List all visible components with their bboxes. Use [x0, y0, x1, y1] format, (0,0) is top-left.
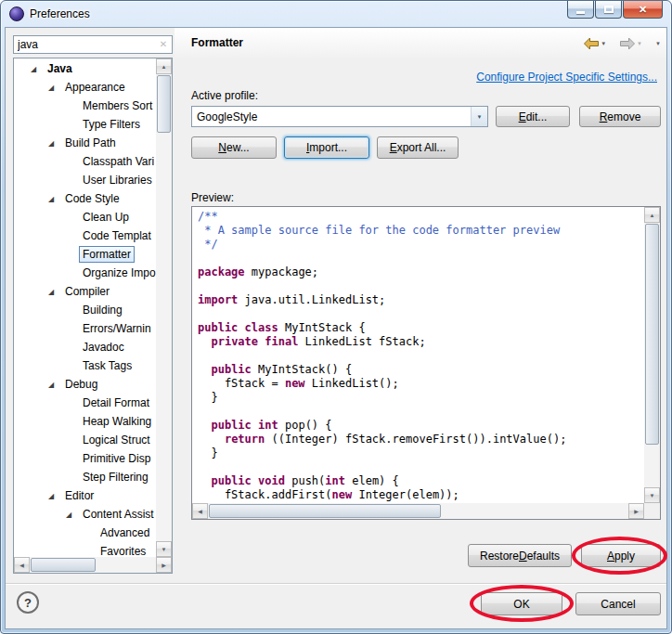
- tree-item-appearance[interactable]: ◢Appearance: [14, 78, 156, 97]
- back-arrow-icon: [583, 37, 600, 50]
- preview-hscroll-thumb[interactable]: [209, 504, 441, 518]
- tree-item-editor[interactable]: ◢Editor: [14, 486, 156, 505]
- scroll-up-icon[interactable]: ▲: [644, 207, 660, 223]
- tree-item-label: Java: [44, 60, 76, 77]
- expander-icon[interactable]: ◢: [46, 381, 61, 389]
- code-line: public class MyIntStack {: [198, 321, 639, 335]
- scroll-right-icon[interactable]: ▶: [156, 557, 172, 573]
- export-all-button[interactable]: Export All...: [377, 136, 459, 159]
- back-button[interactable]: ▼: [583, 37, 606, 50]
- window-controls: ✕: [567, 1, 663, 19]
- tree-item-step-filtering[interactable]: Step Filtering: [14, 468, 156, 486]
- close-button[interactable]: ✕: [623, 1, 663, 19]
- tree-item-clean-up[interactable]: Clean Up: [14, 208, 156, 226]
- import-button[interactable]: Import...: [284, 136, 369, 159]
- scroll-down-icon[interactable]: ▼: [644, 487, 660, 503]
- tree-item-label: Formatter: [79, 246, 135, 263]
- back-menu-icon[interactable]: ▼: [601, 41, 606, 46]
- expander-icon[interactable]: ◢: [46, 84, 61, 92]
- active-profile-label: Active profile:: [191, 89, 258, 102]
- view-menu-icon[interactable]: ▼: [655, 41, 661, 46]
- code-line: [198, 405, 639, 419]
- minimize-button[interactable]: [567, 1, 594, 19]
- new-button[interactable]: New...: [191, 136, 277, 159]
- tree-hscroll-thumb[interactable]: [31, 558, 96, 572]
- expander-icon[interactable]: ◢: [64, 511, 79, 519]
- preview-horizontal-scrollbar[interactable]: ◀ ▶: [192, 503, 644, 519]
- tree-item-javadoc[interactable]: Javadoc: [14, 338, 156, 356]
- scroll-right-icon[interactable]: ▶: [628, 503, 644, 519]
- question-mark-icon: ?: [24, 596, 32, 610]
- tree-item-organize-impo[interactable]: Organize Impo: [14, 264, 156, 282]
- tree-item-detail-format[interactable]: Detail Format: [14, 394, 156, 412]
- tree-item-label: Javadoc: [79, 339, 128, 356]
- tree-item-members-sort[interactable]: Members Sort: [14, 97, 156, 115]
- restore-defaults-button[interactable]: Restore Defaults: [468, 544, 572, 567]
- code-preview: /** * A sample source file for the code …: [191, 206, 661, 520]
- help-button[interactable]: ?: [17, 591, 39, 614]
- preferences-tree: ◢Java◢AppearanceMembers SortType Filters…: [14, 59, 156, 557]
- code-line: fStack.addFirst(new Integer(elem));: [198, 488, 639, 502]
- code-line: public void push(int elem) {: [198, 474, 639, 488]
- code-preview-text: /** * A sample source file for the code …: [192, 207, 644, 503]
- scroll-down-icon[interactable]: ▼: [156, 541, 172, 557]
- edit-button[interactable]: Edit...: [496, 106, 570, 127]
- forward-menu-icon[interactable]: ▼: [637, 41, 642, 46]
- tree-item-formatter[interactable]: Formatter: [14, 245, 156, 264]
- combo-dropdown-icon[interactable]: ▼: [471, 107, 487, 126]
- scroll-left-icon[interactable]: ◀: [192, 503, 208, 519]
- tree-item-java[interactable]: ◢Java: [14, 59, 156, 78]
- tree-vscroll-thumb[interactable]: [157, 75, 171, 133]
- scroll-left-icon[interactable]: ◀: [14, 557, 30, 573]
- tree-item-label: Code Templat: [79, 227, 155, 244]
- tree-item-task-tags[interactable]: Task Tags: [14, 356, 156, 375]
- remove-button[interactable]: Remove: [579, 106, 661, 127]
- tree-item-label: Task Tags: [79, 357, 136, 374]
- maximize-button[interactable]: [595, 1, 622, 19]
- profile-combobox[interactable]: GoogleStyle ▼: [191, 106, 488, 127]
- tree-item-classpath-vari[interactable]: Classpath Vari: [14, 152, 156, 171]
- tree-horizontal-scrollbar[interactable]: ◀ ▶: [14, 557, 172, 573]
- code-line: [198, 460, 639, 474]
- expander-icon[interactable]: ◢: [29, 65, 44, 73]
- tree-item-building[interactable]: Building: [14, 301, 156, 319]
- tree-item-advanced[interactable]: Advanced: [14, 524, 156, 542]
- tree-item-logical-struct[interactable]: Logical Struct: [14, 431, 156, 449]
- filter-search-input[interactable]: [13, 35, 173, 54]
- tree-vertical-scrollbar[interactable]: ▲ ▼: [156, 58, 172, 557]
- expander-icon[interactable]: ◢: [46, 288, 61, 296]
- filter-search: ✕: [13, 35, 173, 54]
- expander-icon[interactable]: ◢: [46, 195, 61, 203]
- cancel-button[interactable]: Cancel: [575, 592, 661, 615]
- expander-icon[interactable]: ◢: [46, 492, 61, 500]
- tree-item-label: User Libraries: [79, 172, 156, 188]
- ok-button[interactable]: OK: [481, 592, 562, 615]
- preview-vscroll-thumb[interactable]: [645, 224, 659, 445]
- tree-item-errors-warnin[interactable]: Errors/Warnin: [14, 319, 156, 338]
- scroll-up-icon[interactable]: ▲: [156, 58, 172, 74]
- clear-filter-icon[interactable]: ✕: [157, 38, 170, 51]
- footer-separator: [6, 583, 666, 585]
- forward-button[interactable]: ▼: [619, 37, 642, 50]
- expander-icon[interactable]: ◢: [46, 139, 61, 148]
- tree-item-heap-walking[interactable]: Heap Walking: [14, 412, 156, 431]
- tree-item-code-style[interactable]: ◢Code Style: [14, 189, 156, 208]
- tree-item-label: Errors/Warnin: [79, 320, 155, 337]
- configure-project-settings-link[interactable]: Configure Project Specific Settings...: [476, 71, 657, 84]
- preview-vertical-scrollbar[interactable]: ▲ ▼: [644, 207, 660, 503]
- code-line: }: [198, 446, 639, 460]
- tree-item-type-filters[interactable]: Type Filters: [14, 115, 156, 134]
- tree-item-label: Code Style: [61, 190, 123, 207]
- tree-item-content-assist[interactable]: ◢Content Assist: [14, 505, 156, 524]
- tree-item-build-path[interactable]: ◢Build Path: [14, 134, 156, 152]
- tree-item-user-libraries[interactable]: User Libraries: [14, 171, 156, 189]
- tree-item-favorites[interactable]: Favorites: [14, 542, 156, 557]
- tree-item-debug[interactable]: ◢Debug: [14, 375, 156, 394]
- tree-item-code-templat[interactable]: Code Templat: [14, 226, 156, 245]
- apply-button[interactable]: Apply: [581, 544, 661, 567]
- code-line: private final LinkedList fStack;: [198, 335, 639, 349]
- title-bar[interactable]: Preferences ✕: [1, 1, 671, 27]
- tree-item-primitive-disp[interactable]: Primitive Disp: [14, 449, 156, 468]
- page-header: Formatter ▼ ▼ ▼: [174, 28, 666, 59]
- tree-item-compiler[interactable]: ◢Compiler: [14, 282, 156, 301]
